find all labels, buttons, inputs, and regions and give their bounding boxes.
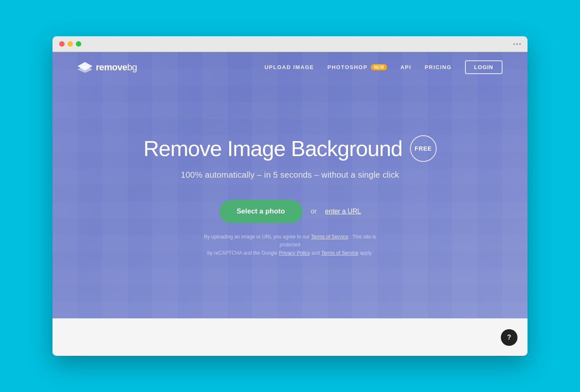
maximize-button[interactable] xyxy=(76,41,81,47)
cta-row: Select a photo or enter a URL xyxy=(219,200,361,223)
nav-photoshop-group: PHOTOSHOP NEW xyxy=(328,64,387,70)
terms-of-service-link[interactable]: Terms of Service xyxy=(311,234,348,240)
nav-upload-image[interactable]: UPLOAD IMAGE xyxy=(265,64,314,70)
hero-subtitle: 100% automatically – in 5 seconds – with… xyxy=(181,170,399,180)
enter-url-link[interactable]: enter a URL xyxy=(325,208,361,215)
nav-photoshop[interactable]: PHOTOSHOP xyxy=(328,64,368,70)
login-button[interactable]: LOGIN xyxy=(465,60,502,74)
browser-traffic-lights xyxy=(59,41,81,47)
hero-section: removebg UPLOAD IMAGE PHOTOSHOP NEW API … xyxy=(52,52,528,318)
website-content: removebg UPLOAD IMAGE PHOTOSHOP NEW API … xyxy=(52,52,528,356)
hero-body: Remove Image Background FREE 100% automa… xyxy=(52,82,528,318)
or-text: or xyxy=(311,208,317,215)
navbar: removebg UPLOAD IMAGE PHOTOSHOP NEW API … xyxy=(52,52,528,82)
browser-chrome xyxy=(52,36,528,52)
logo-text: removebg xyxy=(96,62,137,73)
browser-window: removebg UPLOAD IMAGE PHOTOSHOP NEW API … xyxy=(52,36,528,356)
free-badge: FREE xyxy=(410,135,437,162)
minimize-button[interactable] xyxy=(68,41,73,47)
menu-dot xyxy=(516,43,518,45)
footer-section: ? xyxy=(52,318,528,356)
browser-menu xyxy=(513,43,521,45)
menu-dot xyxy=(513,43,515,45)
terms-of-service-link-2[interactable]: Terms of Service xyxy=(321,250,358,256)
close-button[interactable] xyxy=(59,41,65,47)
privacy-policy-link[interactable]: Privacy Policy xyxy=(279,250,310,256)
terms-text: By uploading an image or URL you agree t… xyxy=(194,233,386,257)
help-button[interactable]: ? xyxy=(501,329,518,346)
nav-links: UPLOAD IMAGE PHOTOSHOP NEW API PRICING L… xyxy=(265,60,502,74)
menu-dot xyxy=(519,43,521,45)
logo[interactable]: removebg xyxy=(78,62,137,73)
logo-icon xyxy=(78,62,92,73)
nav-pricing[interactable]: PRICING xyxy=(425,64,452,70)
nav-api[interactable]: API xyxy=(400,64,411,70)
new-badge: NEW xyxy=(371,64,387,70)
select-photo-button[interactable]: Select a photo xyxy=(219,200,302,223)
hero-title: Remove Image Background FREE xyxy=(143,135,437,162)
